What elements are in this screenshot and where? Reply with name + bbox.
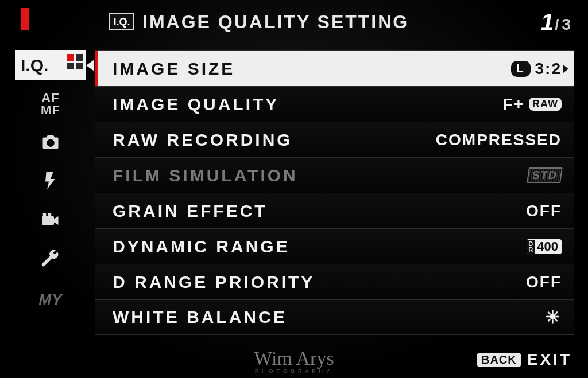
wrench-icon [40, 248, 61, 273]
row-label: WHITE BALANCE [113, 307, 545, 327]
grid-icon [67, 54, 83, 69]
row-d-range-priority[interactable]: D RANGE PRIORITY OFF [95, 264, 574, 299]
flash-icon [40, 170, 61, 195]
tab-movie[interactable] [15, 206, 86, 236]
back-button-badge[interactable]: BACK [477, 353, 521, 367]
category-tabs: I.Q. AF MF MY [15, 50, 86, 314]
menu-title: IMAGE QUALITY SETTING [142, 11, 409, 33]
row-value: F+ RAW [503, 95, 562, 114]
chevron-right-icon [563, 65, 568, 73]
row-dynamic-range[interactable]: DYNAMIC RANGE DR 400 [95, 228, 574, 264]
page-current: 1 [541, 9, 554, 35]
iq-badge-icon: I.Q. [109, 13, 134, 30]
page-total: 3 [562, 15, 571, 34]
aspect-ratio: 3:2 [535, 60, 562, 78]
movie-camera-icon [40, 209, 61, 234]
row-value: ☀ [545, 309, 562, 326]
page-separator: / [555, 16, 560, 34]
row-value: OFF [526, 202, 562, 220]
quality-prefix: F+ [503, 95, 524, 114]
tab-iq-label: I.Q. [21, 56, 48, 75]
tab-flash[interactable] [15, 167, 86, 197]
row-value: DR 400 [527, 239, 562, 254]
row-film-simulation[interactable]: FILM SIMULATION STD [95, 157, 574, 193]
tab-setup[interactable] [15, 245, 86, 275]
row-label: D RANGE PRIORITY [113, 272, 526, 292]
tab-af-mf[interactable]: AF MF [15, 89, 86, 119]
row-label: DYNAMIC RANGE [113, 237, 527, 256]
row-value: OFF [526, 273, 562, 291]
watermark: Wim Arys PHOTOGRAPHY [254, 350, 334, 373]
camera-icon [40, 131, 61, 156]
row-label: GRAIN EFFECT [113, 201, 526, 221]
row-image-size[interactable]: IMAGE SIZE L 3:2 [95, 50, 574, 86]
dr-number: 400 [537, 239, 558, 254]
watermark-name: Wim Arys [254, 348, 334, 369]
row-value: COMPRESSED [436, 131, 562, 149]
dr-badge-icon: DR 400 [527, 239, 562, 254]
row-grain-effect[interactable]: GRAIN EFFECT OFF [95, 193, 574, 228]
tab-my-menu[interactable]: MY [15, 285, 86, 314]
tab-mf-label: MF [41, 104, 60, 116]
std-badge-icon: STD [527, 167, 563, 183]
row-white-balance[interactable]: WHITE BALANCE ☀ [95, 299, 574, 335]
row-value: L 3:2 [511, 60, 562, 78]
exit-label: EXIT [527, 350, 572, 369]
record-indicator-icon [21, 8, 29, 30]
row-label: IMAGE QUALITY [113, 95, 503, 114]
row-value: STD [528, 167, 562, 183]
sun-icon: ☀ [545, 309, 562, 326]
settings-list: IMAGE SIZE L 3:2 IMAGE QUALITY F+ RAW RA… [95, 50, 574, 335]
row-raw-recording[interactable]: RAW RECORDING COMPRESSED [95, 122, 574, 157]
row-label: RAW RECORDING [113, 130, 436, 150]
raw-badge-icon: RAW [529, 98, 562, 111]
footer-hint: BACK EXIT [477, 350, 572, 369]
tab-image-quality[interactable]: I.Q. [15, 50, 86, 80]
row-label: IMAGE SIZE [113, 59, 511, 79]
menu-header: I.Q. IMAGE QUALITY SETTING 1 / 3 [109, 9, 571, 34]
row-image-quality[interactable]: IMAGE QUALITY F+ RAW [95, 86, 574, 122]
tab-my-label: MY [39, 291, 63, 309]
tab-shooting[interactable] [15, 128, 86, 158]
row-label: FILM SIMULATION [113, 166, 528, 185]
size-l-badge-icon: L [511, 61, 531, 77]
page-indicator: 1 / 3 [541, 9, 571, 35]
watermark-sub: PHOTOGRAPHY [254, 369, 334, 373]
